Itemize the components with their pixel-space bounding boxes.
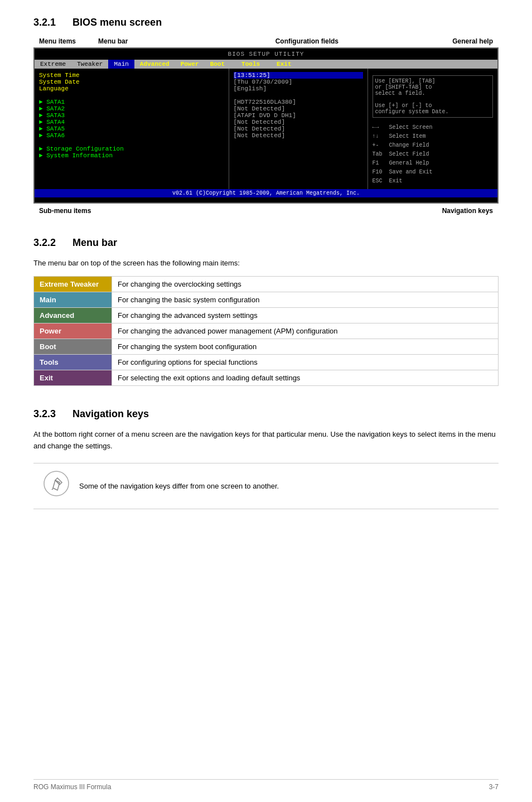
left-labels: Menu items Menu bar <box>39 37 128 45</box>
table-row: Boot For changing the system boot config… <box>34 339 499 354</box>
note-box: Some of the navigation keys differ from … <box>33 463 499 509</box>
nav-exit: Exit <box>271 60 297 69</box>
left-storage-config: ► Storage Configuration <box>39 146 124 152</box>
bios-footer-text: v02.61 (C)Copyright 1985-2009, American … <box>172 190 360 196</box>
table-cell-value: For changing the advanced power manageme… <box>112 323 499 339</box>
left-sata6: ► SATA6 <box>39 132 65 139</box>
left-system-info: ► System Information <box>39 152 113 159</box>
navkeys-body: At the bottom right corner of a menu scr… <box>33 429 499 452</box>
help-line3: select a field. <box>375 90 425 96</box>
note-icon <box>42 470 70 502</box>
nav-power: Power <box>175 60 205 69</box>
table-cell-value: For configuring options for special func… <box>112 354 499 370</box>
left-sata5: ► SATA5 <box>39 125 65 132</box>
section-323-heading: 3.2.3 Navigation keys <box>33 408 499 420</box>
section-322-heading: 3.2.2 Menu bar <box>33 237 499 249</box>
bios-diagram: Menu items Menu bar Configuration fields… <box>33 37 499 215</box>
table-row: Exit For selecting the exit options and … <box>34 370 499 385</box>
mid-sata4: [Not Detected] <box>234 119 285 125</box>
bios-help-box: Use [ENTER], [TAB] or [SHIFT-TAB] to sel… <box>373 75 493 118</box>
mid-sata5: [Not Detected] <box>234 125 285 132</box>
bios-right-panel: Use [ENTER], [TAB] or [SHIFT-TAB] to sel… <box>368 69 497 189</box>
section-323: 3.2.3 Navigation keys At the bottom righ… <box>33 408 499 510</box>
shortcut-f10: F10 Save and Exit <box>373 169 433 175</box>
shortcut-arrows: ←→ Select Screen <box>373 124 433 131</box>
label-sub-menu-items: Sub-menu items <box>39 207 91 215</box>
bios-nav-shortcuts: ←→ Select Screen ↑↓ Select Item +- Chang… <box>373 123 493 186</box>
bios-content: System Time System Date Language ► SATA1… <box>35 69 497 189</box>
table-cell-key: Boot <box>34 339 112 354</box>
mid-system-time: [13:51:25] <box>234 72 363 79</box>
left-sata2: ► SATA2 <box>39 105 65 112</box>
diagram-bottom-labels: Sub-menu items Navigation keys <box>33 207 499 215</box>
table-cell-key: Extreme Tweaker <box>34 276 112 292</box>
help-line2: or [SHIFT-TAB] to <box>375 84 432 90</box>
mid-sata3: [ATAPI DVD D DH1] <box>234 112 296 119</box>
table-row: Extreme Tweaker For changing the overclo… <box>34 276 499 292</box>
section-322: 3.2.2 Menu bar The menu bar on top of th… <box>33 237 499 386</box>
footer-left: ROG Maximus III Formula <box>33 783 111 791</box>
label-menu-items: Menu items <box>39 37 76 45</box>
table-cell-value: For selecting the exit options and loadi… <box>112 370 499 385</box>
left-system-date: System Date <box>39 79 80 85</box>
nav-tools: Tools <box>236 60 265 69</box>
section-321-heading: 3.2.1 BIOS menu screen <box>33 17 499 28</box>
table-cell-key: Exit <box>34 370 112 385</box>
bios-title: BIOS SETUP UTILITY <box>35 49 497 60</box>
diagram-top-labels: Menu items Menu bar Configuration fields… <box>33 37 499 45</box>
left-sata4: ► SATA4 <box>39 119 65 125</box>
bios-footer: v02.61 (C)Copyright 1985-2009, American … <box>35 189 497 197</box>
nav-extreme: Extreme <box>35 60 71 69</box>
mid-sata1: [HDT722516DLA380] <box>234 99 296 105</box>
page-footer: ROG Maximus III Formula 3-7 <box>33 779 499 791</box>
menubar-table: Extreme Tweaker For changing the overclo… <box>33 276 499 386</box>
section-322-title: Menu bar <box>72 237 117 248</box>
svg-point-0 <box>44 471 69 496</box>
mid-sata2: [Not Detected] <box>234 105 285 112</box>
help-line5: configure system Date. <box>375 109 449 115</box>
note-text: Some of the navigation keys differ from … <box>79 482 279 490</box>
mid-language: [English] <box>234 85 267 92</box>
left-system-time: System Time <box>39 72 80 79</box>
section-321-title: BIOS menu screen <box>72 17 162 28</box>
table-row: Main For changing the basic system confi… <box>34 292 499 307</box>
shortcut-ud: ↑↓ Select Item <box>373 133 426 139</box>
mid-system-date: [Thu 07/30/2009] <box>234 79 293 85</box>
table-cell-value: For changing the advanced system setting… <box>112 307 499 323</box>
table-row: Power For changing the advanced power ma… <box>34 323 499 339</box>
mid-sata6: [Not Detected] <box>234 132 285 139</box>
table-cell-key: Advanced <box>34 307 112 323</box>
bios-middle-panel: [13:51:25] [Thu 07/30/2009] [English] [H… <box>229 69 368 189</box>
table-cell-value: For changing the system boot configurati… <box>112 339 499 354</box>
left-language: Language <box>39 85 69 92</box>
menubar-intro: The menu bar on top of the screen has th… <box>33 258 499 269</box>
bios-screen: BIOS SETUP UTILITY Extreme Tweaker Main … <box>33 47 499 204</box>
shortcut-pm: +- Change Field <box>373 142 429 148</box>
shortcut-esc: ESC Exit <box>373 178 403 184</box>
bios-left-panel: System Time System Date Language ► SATA1… <box>35 69 229 189</box>
label-menu-bar: Menu bar <box>98 37 128 45</box>
label-config-fields: Configuration fields <box>275 37 338 45</box>
left-sata1: ► SATA1 <box>39 99 65 105</box>
section-323-title: Navigation keys <box>72 408 149 419</box>
nav-boot: Boot <box>205 60 230 69</box>
label-navigation-keys: Navigation keys <box>442 207 493 215</box>
table-row: Advanced For changing the advanced syste… <box>34 307 499 323</box>
bios-navbar: Extreme Tweaker Main Advanced Power Boot… <box>35 60 497 69</box>
table-cell-value: For changing the overclocking settings <box>112 276 499 292</box>
shortcut-f1: F1 General Help <box>373 160 429 166</box>
section-323-number: 3.2.3 <box>33 408 56 419</box>
section-321: 3.2.1 BIOS menu screen Menu items Menu b… <box>33 17 499 215</box>
section-321-number: 3.2.1 <box>33 17 56 28</box>
nav-main: Main <box>108 60 134 69</box>
table-cell-key: Main <box>34 292 112 307</box>
note-pencil-svg <box>43 470 70 497</box>
table-cell-value: For changing the basic system configurat… <box>112 292 499 307</box>
table-cell-key: Tools <box>34 354 112 370</box>
label-general-help: General help <box>452 37 493 45</box>
section-322-number: 3.2.2 <box>33 237 56 248</box>
help-line4: Use [+] or [-] to <box>375 103 432 109</box>
left-sata3: ► SATA3 <box>39 112 65 119</box>
nav-tweaker: Tweaker <box>71 60 108 69</box>
shortcut-tab: Tab Select Field <box>373 151 429 157</box>
